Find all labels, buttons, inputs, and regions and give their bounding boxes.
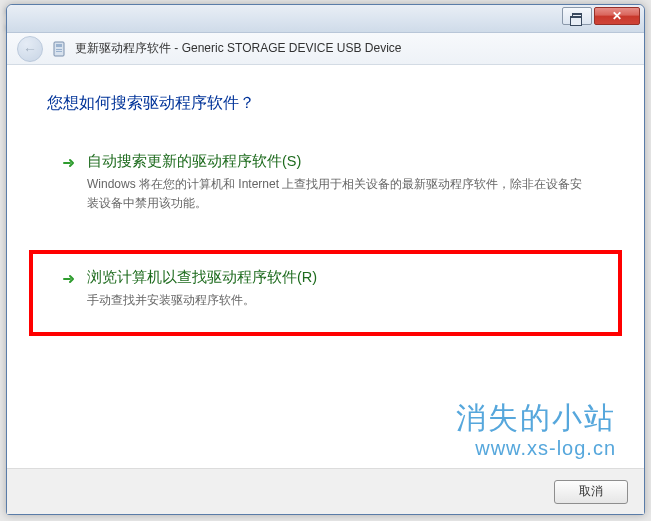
titlebar: ✕ [7,5,644,33]
header-title: 更新驱动程序软件 - Generic STORAGE DEVICE USB De… [75,40,402,57]
close-button[interactable]: ✕ [594,7,640,25]
option-desc: 手动查找并安装驱动程序软件。 [87,291,590,310]
device-icon [51,41,67,57]
watermark-url: www.xs-log.cn [456,437,616,460]
cancel-button[interactable]: 取消 [554,480,628,504]
arrow-right-icon [61,271,77,291]
svg-rect-3 [56,51,62,52]
close-icon: ✕ [612,9,622,23]
page-heading: 您想如何搜索驱动程序软件？ [47,93,604,114]
header-bar: ← 更新驱动程序软件 - Generic STORAGE DEVICE USB … [7,33,644,65]
option-auto-search[interactable]: 自动搜索更新的驱动程序软件(S) Windows 将在您的计算机和 Intern… [47,142,604,226]
dialog-window: ✕ ← 更新驱动程序软件 - Generic STORAGE DEVICE US… [6,4,645,515]
option-body: 自动搜索更新的驱动程序软件(S) Windows 将在您的计算机和 Intern… [87,152,590,212]
content-area: 您想如何搜索驱动程序软件？ 自动搜索更新的驱动程序软件(S) Windows 将… [7,65,644,468]
footer-bar: 取消 [7,468,644,514]
option-title: 浏览计算机以查找驱动程序软件(R) [87,268,590,287]
svg-rect-1 [56,44,62,47]
svg-rect-2 [56,49,62,50]
back-button[interactable]: ← [17,36,43,62]
arrow-right-icon [61,155,77,175]
option-title: 自动搜索更新的驱动程序软件(S) [87,152,590,171]
option-body: 浏览计算机以查找驱动程序软件(R) 手动查找并安装驱动程序软件。 [87,268,590,310]
maximize-button[interactable] [562,7,592,25]
option-browse-computer[interactable]: 浏览计算机以查找驱动程序软件(R) 手动查找并安装驱动程序软件。 [29,250,622,336]
watermark: 消失的小站 www.xs-log.cn [456,398,616,460]
back-arrow-icon: ← [23,41,37,57]
watermark-text: 消失的小站 [456,398,616,439]
option-desc: Windows 将在您的计算机和 Internet 上查找用于相关设备的最新驱动… [87,175,590,212]
restore-icon [572,13,582,20]
